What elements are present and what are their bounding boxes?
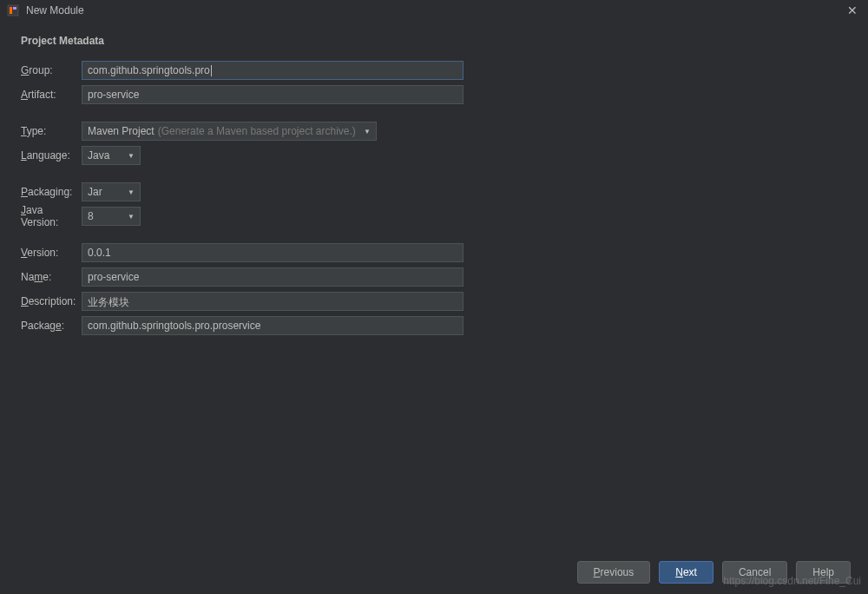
svg-rect-1 bbox=[10, 7, 12, 14]
group-row: Group: com.github.springtools.pro bbox=[21, 61, 847, 80]
javaversion-select[interactable]: 8 ▼ bbox=[82, 207, 141, 226]
watermark: https://blog.csdn.net/Fine_Cui bbox=[723, 575, 861, 587]
artifact-input[interactable]: pro-service bbox=[82, 85, 464, 104]
content-area: Project Metadata Group: com.github.sprin… bbox=[0, 21, 868, 354]
section-title: Project Metadata bbox=[21, 35, 847, 47]
chevron-down-icon: ▼ bbox=[364, 128, 371, 135]
name-row: Name: pro-service bbox=[21, 267, 847, 287]
packaging-select[interactable]: Jar ▼ bbox=[82, 182, 141, 201]
group-label: Group: bbox=[21, 64, 82, 76]
close-icon[interactable]: ✕ bbox=[844, 2, 861, 19]
package-input[interactable]: com.github.springtools.pro.proservice bbox=[82, 316, 464, 335]
version-label: Version: bbox=[21, 247, 82, 259]
type-label: Type: bbox=[21, 125, 82, 137]
window-title: New Module bbox=[26, 4, 844, 16]
packaging-row: Packaging: Jar ▼ bbox=[21, 182, 847, 201]
svg-rect-0 bbox=[8, 5, 18, 16]
javaversion-label: Java Version: bbox=[21, 204, 82, 228]
svg-rect-2 bbox=[13, 7, 16, 10]
chevron-down-icon: ▼ bbox=[128, 213, 135, 221]
version-row: Version: 0.0.1 bbox=[21, 243, 847, 262]
name-label: Name: bbox=[21, 271, 82, 283]
packaging-label: Packaging: bbox=[21, 186, 82, 198]
chevron-down-icon: ▼ bbox=[128, 152, 135, 160]
previous-button[interactable]: Previous bbox=[577, 561, 651, 584]
type-select[interactable]: Maven Project(Generate a Maven based pro… bbox=[82, 122, 377, 141]
language-row: Language: Java ▼ bbox=[21, 146, 847, 165]
language-label: Language: bbox=[21, 149, 82, 162]
description-label: Description: bbox=[21, 295, 82, 307]
javaversion-row: Java Version: 8 ▼ bbox=[21, 207, 847, 226]
type-row: Type: Maven Project(Generate a Maven bas… bbox=[21, 122, 847, 141]
next-button[interactable]: Next bbox=[659, 561, 713, 584]
chevron-down-icon: ▼ bbox=[128, 188, 135, 196]
titlebar: New Module ✕ bbox=[0, 0, 868, 21]
name-input[interactable]: pro-service bbox=[82, 267, 464, 287]
description-row: Description: 业务模块 bbox=[21, 292, 847, 311]
artifact-row: Artifact: pro-service bbox=[21, 85, 847, 104]
artifact-label: Artifact: bbox=[21, 89, 82, 101]
app-icon bbox=[7, 4, 19, 16]
group-input[interactable]: com.github.springtools.pro bbox=[82, 61, 464, 80]
description-input[interactable]: 业务模块 bbox=[82, 292, 464, 311]
package-label: Package: bbox=[21, 320, 82, 332]
language-select[interactable]: Java ▼ bbox=[82, 146, 141, 165]
version-input[interactable]: 0.0.1 bbox=[82, 243, 464, 262]
package-row: Package: com.github.springtools.pro.pros… bbox=[21, 316, 847, 335]
